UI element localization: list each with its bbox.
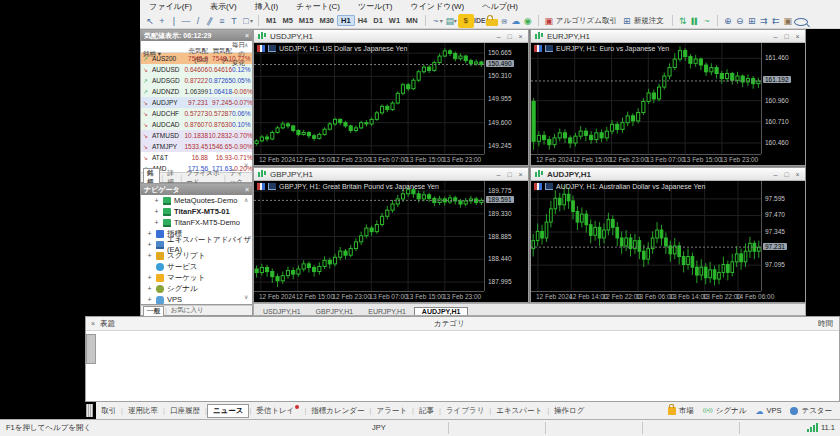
dropdown-caret-icon[interactable]: ▾ — [454, 17, 457, 24]
tree-item[interactable]: +MetaQuotes-Demo — [141, 195, 252, 206]
algo-trading-button[interactable]: アルゴリズム取引 — [556, 16, 617, 26]
new-order-icon[interactable]: ⊞ — [621, 14, 633, 28]
launcher-3[interactable]: テスター — [790, 406, 832, 416]
new-order-button[interactable]: 新規注文 — [634, 16, 664, 26]
toolbox-tab-3[interactable]: ニュース — [207, 404, 250, 418]
restore-icon[interactable]: □ — [782, 33, 791, 40]
tree-item[interactable]: +シグナル — [141, 283, 252, 294]
chart-window-titlebar[interactable]: AUDJPY,H1–□× — [531, 168, 805, 181]
cascade-horizontal-icon[interactable]: ⇉ — [758, 14, 770, 28]
time-axis[interactable]: 12 Feb 202412 Feb 15:0012 Feb 23:0013 Fe… — [254, 291, 484, 302]
tree-item[interactable]: +TitanFX-MT5-Demo — [141, 217, 252, 228]
table-row[interactable]: ↘AUDJPY97.23197.245-0.07% — [141, 97, 252, 108]
search-icon[interactable] — [794, 18, 808, 26]
toolbox-tab-9[interactable]: エキスパート — [491, 405, 547, 417]
scroll-up-icon[interactable]: ∧ — [244, 41, 248, 48]
toolbox-tab-5[interactable]: 指標カレンダー — [306, 405, 369, 417]
close-icon[interactable]: × — [245, 186, 249, 193]
expand-icon[interactable]: + — [146, 230, 153, 237]
cascade-vertical-icon[interactable]: ⇇ — [770, 14, 782, 28]
chart-tab-gbpjpy[interactable]: GBPJPY,H1 — [309, 308, 361, 315]
expand-icon[interactable]: + — [153, 208, 160, 215]
expand-icon[interactable]: + — [153, 219, 160, 226]
timeframe-w1-button[interactable]: W1 — [386, 16, 403, 25]
minimize-icon[interactable]: – — [494, 171, 503, 178]
toolbox-grip[interactable] — [86, 404, 93, 417]
market-watch-column-headers[interactable]: 銘柄 ▾売気配(Bid)買気配(A..毎日の変化 — [141, 41, 252, 53]
minimize-icon[interactable]: – — [494, 33, 503, 40]
crosshair-icon[interactable]: + — [156, 14, 168, 28]
menu-item-5[interactable]: ウインドウ(W) — [401, 1, 473, 12]
restore-icon[interactable]: □ — [505, 33, 514, 40]
table-row[interactable]: ↘ATMUSD10.183810.2832-0.70% — [141, 130, 252, 141]
price-axis[interactable]: 150.665150.310149.955149.600149.245150.4… — [484, 43, 528, 154]
chart-tab-audjpy[interactable]: AUDJPY,H1 — [414, 307, 469, 315]
scroll-down-icon[interactable]: ∨ — [244, 293, 248, 300]
ide-icon[interactable]: IDE — [474, 14, 486, 28]
tree-item[interactable]: +VPS — [141, 294, 252, 305]
toolbox-column-headers[interactable]: × 表題 カテゴリ 時間 — [86, 317, 839, 331]
toolbox-tab-10[interactable]: 操作ログ — [549, 405, 589, 417]
time-axis[interactable]: 12 Feb 202412 Feb 15:0012 Feb 23:0013 Fe… — [531, 154, 761, 165]
cloud-icon[interactable]: ☁ — [510, 14, 522, 28]
table-row[interactable]: ↘AUDUSD0.646060.646160.12% — [141, 64, 252, 75]
table-row[interactable]: ↗AUDNZD1.063991.06418-0.06% — [141, 86, 252, 97]
menu-item-2[interactable]: 挿入(I) — [246, 1, 288, 12]
navigator-tab-1[interactable]: お気に入り — [168, 306, 207, 315]
tree-item[interactable]: +エキスパートアドバイザ(EA) — [141, 239, 252, 250]
text-icon[interactable]: T — [228, 14, 240, 28]
toolbox-tab-6[interactable]: アラート — [371, 405, 412, 417]
chart-window-titlebar[interactable]: USDJPY,H1–□× — [254, 30, 528, 43]
candlestick-plot[interactable] — [254, 181, 484, 291]
chart-tab-eurjpy[interactable]: EURJPY,H1 — [361, 308, 413, 315]
price-axis[interactable]: 189.775189.330188.885188.440187.995189.5… — [484, 181, 528, 291]
market-dollar-icon[interactable]: $ — [458, 14, 474, 28]
minimize-icon[interactable]: – — [771, 171, 780, 178]
timeframe-h4-button[interactable]: H4 — [355, 16, 371, 25]
toolbox-tab-1[interactable]: 運用比率 — [123, 405, 163, 417]
bar-chart-icon[interactable]: ▌▌ — [689, 14, 701, 28]
chart-window-titlebar[interactable]: EURJPY,H1–□× — [531, 30, 805, 43]
dropdown-caret-icon[interactable]: ▾ — [440, 17, 443, 24]
vertical-line-icon[interactable]: | — [168, 14, 180, 28]
close-icon[interactable]: × — [516, 171, 525, 178]
scroll-down-icon[interactable]: ∨ — [244, 161, 248, 168]
expand-icon[interactable]: + — [146, 285, 153, 292]
menu-item-1[interactable]: 表示(V) — [201, 1, 246, 12]
launcher-1[interactable]: ((•))シグナル — [703, 406, 747, 416]
zoom-out-icon[interactable]: ⊖ — [734, 14, 746, 28]
screenshot-icon[interactable]: ▣ — [782, 14, 794, 28]
table-row[interactable]: ↘AUDCAD0.876070.876300.10% — [141, 119, 252, 130]
chart-window-titlebar[interactable]: GBPJPY,H1–□× — [254, 168, 528, 181]
table-row[interactable]: ↘AT&T16.8816.93-0.71% — [141, 152, 252, 163]
close-icon[interactable]: × — [793, 33, 802, 40]
toolbox-scrollbar-thumb[interactable] — [86, 334, 96, 364]
candlestick-plot[interactable] — [531, 181, 761, 291]
timeframe-m15-button[interactable]: M15 — [296, 16, 317, 25]
lock-icon[interactable] — [486, 19, 498, 26]
menu-item-3[interactable]: チャート(C) — [287, 1, 349, 12]
fibonacci-icon[interactable]: ≡ — [216, 14, 228, 28]
toolbox-tab-8[interactable]: ライブラリ — [441, 405, 489, 417]
navigator-tab-0[interactable]: 一般 — [143, 306, 164, 316]
cursor-icon[interactable]: ↖ — [144, 14, 156, 28]
algo-trading-icon[interactable]: ▣ — [543, 14, 555, 28]
toolbox-tab-2[interactable]: 口座履歴 — [165, 405, 205, 417]
table-row[interactable]: ↗AUDSGD0.872220.872650.05% — [141, 75, 252, 86]
restore-icon[interactable]: □ — [782, 171, 791, 178]
close-icon[interactable]: × — [516, 33, 525, 40]
menu-item-6[interactable]: ヘルプ(H) — [473, 1, 527, 12]
launcher-2[interactable]: ☁VPS — [755, 406, 781, 415]
expand-icon[interactable]: + — [146, 241, 153, 248]
timeframe-h1-button[interactable]: H1 — [337, 15, 355, 26]
time-axis[interactable]: 12 Feb 202412 Feb 15:0012 Feb 23:0013 Fe… — [254, 154, 484, 165]
candlestick-plot[interactable] — [254, 43, 484, 154]
minimize-icon[interactable]: – — [771, 33, 780, 40]
tree-item[interactable]: サービス — [141, 261, 252, 272]
timeframe-m30-button[interactable]: M30 — [316, 16, 337, 25]
price-axis[interactable]: 97.59597.47097.34597.09597.231 — [761, 181, 805, 291]
tree-item[interactable]: +TitanFX-MT5-01 — [141, 206, 252, 217]
chart-tab-usdjpy[interactable]: USDJPY,H1 — [256, 308, 308, 315]
toolbox-tab-4[interactable]: 受信トレイ — [251, 404, 304, 417]
toolbox-tab-7[interactable]: 記事 — [414, 405, 439, 417]
